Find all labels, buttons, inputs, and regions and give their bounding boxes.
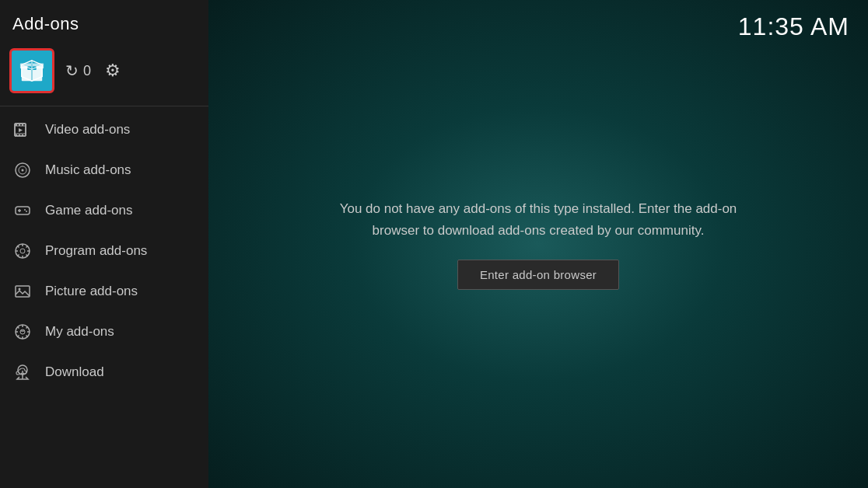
svg-rect-15 bbox=[22, 134, 23, 136]
sidebar-item-download[interactable]: Download bbox=[0, 352, 208, 392]
svg-line-33 bbox=[26, 246, 28, 248]
program-icon bbox=[12, 241, 33, 261]
sidebar-item-game[interactable]: Game add-ons bbox=[0, 190, 208, 231]
svg-rect-11 bbox=[19, 124, 20, 126]
refresh-area[interactable]: ↻ 0 bbox=[65, 61, 91, 80]
svg-line-43 bbox=[18, 327, 19, 329]
sidebar-item-label-my: My add-ons bbox=[45, 324, 114, 340]
sidebar-item-picture[interactable]: Picture add-ons bbox=[0, 271, 208, 312]
sidebar-item-music[interactable]: Music add-ons bbox=[0, 150, 208, 190]
main-content: 11:35 AM You do not have any add-ons of … bbox=[208, 0, 868, 488]
svg-line-32 bbox=[26, 255, 28, 256]
game-icon bbox=[12, 200, 33, 221]
sidebar-item-label-game: Game add-ons bbox=[45, 203, 132, 218]
svg-rect-10 bbox=[16, 124, 17, 126]
svg-point-24 bbox=[24, 209, 26, 211]
svg-rect-20 bbox=[16, 207, 30, 214]
sidebar-title: Add-ons bbox=[0, 0, 208, 42]
sidebar-item-label-program: Program add-ons bbox=[45, 243, 147, 259]
my-addons-icon bbox=[12, 322, 33, 342]
empty-state: You do not have any add-ons of this type… bbox=[320, 183, 756, 305]
addon-box-icon bbox=[19, 58, 45, 84]
svg-rect-36 bbox=[16, 286, 30, 297]
svg-line-44 bbox=[26, 336, 28, 337]
sidebar-divider bbox=[0, 106, 208, 106]
time-display: 11:35 AM bbox=[738, 12, 849, 41]
svg-line-31 bbox=[18, 246, 19, 248]
sidebar-item-label-video: Video add-ons bbox=[45, 122, 130, 138]
svg-point-25 bbox=[26, 211, 27, 212]
sidebar-item-video[interactable]: Video add-ons bbox=[0, 110, 208, 150]
svg-line-45 bbox=[26, 327, 28, 329]
sidebar: Add-ons ↻ 0 ⚙ bbox=[0, 0, 208, 488]
svg-line-34 bbox=[18, 255, 19, 256]
svg-rect-14 bbox=[19, 134, 20, 136]
svg-line-46 bbox=[18, 336, 19, 337]
refresh-icon: ↻ bbox=[65, 61, 79, 80]
sidebar-item-program[interactable]: Program add-ons bbox=[0, 231, 208, 271]
sidebar-top-bar: ↻ 0 ⚙ bbox=[0, 42, 208, 106]
music-icon bbox=[12, 160, 33, 180]
svg-point-35 bbox=[20, 249, 25, 253]
picture-icon bbox=[12, 281, 33, 302]
video-icon bbox=[12, 120, 33, 140]
sidebar-nav: Video add-ons Music add-ons bbox=[0, 110, 208, 488]
svg-marker-16 bbox=[19, 128, 23, 132]
enter-addon-browser-button[interactable]: Enter add-on browser bbox=[457, 260, 619, 290]
download-icon bbox=[12, 362, 33, 382]
svg-rect-12 bbox=[22, 124, 23, 126]
sidebar-item-label-music: Music add-ons bbox=[45, 162, 131, 178]
sidebar-item-label-download: Download bbox=[45, 364, 104, 380]
sidebar-item-label-picture: Picture add-ons bbox=[45, 284, 138, 299]
settings-icon[interactable]: ⚙ bbox=[105, 61, 121, 81]
sidebar-item-my[interactable]: My add-ons bbox=[0, 312, 208, 352]
svg-point-19 bbox=[22, 169, 24, 172]
refresh-count: 0 bbox=[83, 63, 91, 79]
empty-state-message: You do not have any add-ons of this type… bbox=[336, 198, 740, 240]
addon-box-button[interactable] bbox=[9, 48, 54, 93]
svg-rect-13 bbox=[16, 134, 17, 136]
